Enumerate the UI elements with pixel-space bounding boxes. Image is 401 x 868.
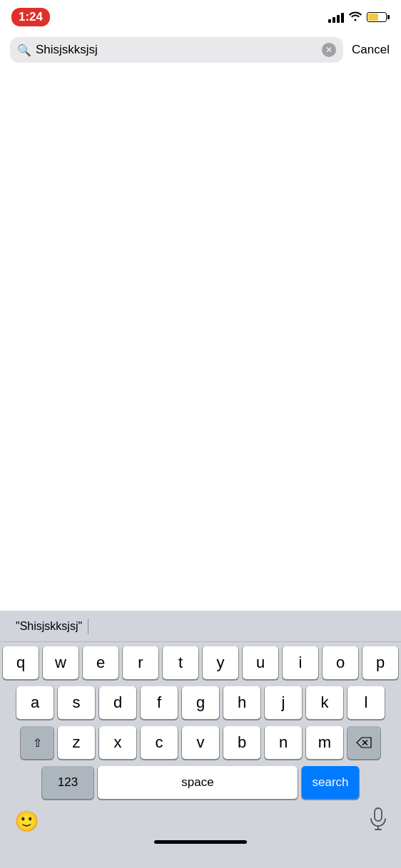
key-r[interactable]: r xyxy=(123,646,158,679)
key-u[interactable]: u xyxy=(243,646,278,679)
key-i[interactable]: i xyxy=(283,646,318,679)
key-j[interactable]: j xyxy=(265,686,302,719)
autocomplete-bar: "Shisjskksjsj" xyxy=(0,611,401,642)
search-key[interactable]: search xyxy=(302,766,359,799)
clear-button[interactable]: ✕ xyxy=(322,43,336,57)
key-f[interactable]: f xyxy=(141,686,178,719)
key-k[interactable]: k xyxy=(306,686,343,719)
key-x[interactable]: x xyxy=(99,726,136,759)
autocomplete-suggestion[interactable]: "Shisjskksjsj" xyxy=(10,617,88,636)
key-q[interactable]: q xyxy=(3,646,39,679)
key-b[interactable]: b xyxy=(223,726,260,759)
shift-key[interactable]: ⇧ xyxy=(21,726,54,759)
space-key[interactable]: space xyxy=(98,766,298,799)
keyboard-bottom-row: 🙂 xyxy=(0,799,401,835)
key-d[interactable]: d xyxy=(99,686,136,719)
key-row-1: q w e r t y u i o p xyxy=(3,646,398,679)
key-w[interactable]: w xyxy=(43,646,78,679)
status-icons xyxy=(328,10,390,24)
key-s[interactable]: s xyxy=(58,686,95,719)
cancel-button[interactable]: Cancel xyxy=(350,43,391,57)
emoji-button[interactable]: 🙂 xyxy=(14,810,39,833)
search-bar-container: 🔍 ✕ Cancel xyxy=(0,31,401,68)
key-e[interactable]: e xyxy=(83,646,118,679)
key-n[interactable]: n xyxy=(265,726,302,759)
delete-key[interactable] xyxy=(347,726,380,759)
key-l[interactable]: l xyxy=(347,686,385,719)
key-p[interactable]: p xyxy=(362,646,398,679)
key-a[interactable]: a xyxy=(16,686,54,719)
search-input-wrapper[interactable]: 🔍 ✕ xyxy=(10,37,343,63)
status-bar: 1:24 xyxy=(0,0,401,31)
key-v[interactable]: v xyxy=(182,726,219,759)
wifi-icon xyxy=(348,10,362,24)
key-g[interactable]: g xyxy=(182,686,219,719)
mic-button[interactable] xyxy=(370,807,387,835)
key-row-2: a s d f g h j k l xyxy=(3,686,398,719)
keyboard-rows: q w e r t y u i o p a s d f g h j k l ⇧ … xyxy=(0,642,401,799)
key-h[interactable]: h xyxy=(223,686,260,719)
key-y[interactable]: y xyxy=(203,646,238,679)
main-content xyxy=(0,68,401,510)
battery-icon xyxy=(367,12,390,22)
svg-rect-2 xyxy=(375,808,382,821)
key-t[interactable]: t xyxy=(163,646,198,679)
home-bar xyxy=(154,840,247,844)
search-icon: 🔍 xyxy=(17,43,31,57)
key-z[interactable]: z xyxy=(58,726,95,759)
key-c[interactable]: c xyxy=(141,726,178,759)
signal-icon xyxy=(328,11,344,23)
search-input[interactable] xyxy=(36,43,318,57)
key-m[interactable]: m xyxy=(306,726,343,759)
key-o[interactable]: o xyxy=(323,646,358,679)
home-indicator xyxy=(0,835,401,847)
keyboard: "Shisjskksjsj" q w e r t y u i o p a s d… xyxy=(0,611,401,868)
status-time: 1:24 xyxy=(11,8,50,26)
key-row-3: ⇧ z x c v b n m xyxy=(3,726,398,759)
key-row-4: 123 space search xyxy=(3,766,398,799)
numbers-key[interactable]: 123 xyxy=(42,766,93,799)
